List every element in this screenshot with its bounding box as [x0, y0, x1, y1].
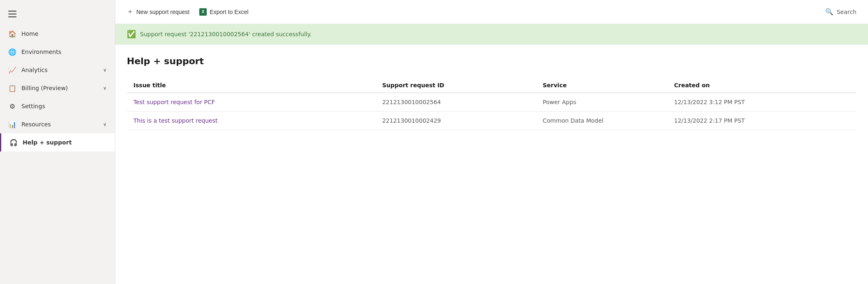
analytics-chevron-icon: ∨	[103, 67, 107, 73]
sidebar-item-label-settings: Settings	[21, 103, 107, 109]
issue-link-0[interactable]: Test support request for PCF	[133, 99, 215, 105]
sidebar-nav: 🏠Home🌐Environments📈Analytics∨📋Billing (P…	[0, 25, 115, 284]
new-support-request-label: New support request	[136, 9, 189, 15]
issue-link-1[interactable]: This is a test support request	[133, 117, 217, 124]
sidebar-item-label-analytics: Analytics	[21, 67, 103, 73]
col-service: Service	[543, 78, 674, 93]
sidebar-item-label-resources: Resources	[21, 121, 103, 128]
page-content: Help + support Issue title Support reque…	[115, 44, 868, 284]
sidebar-item-analytics[interactable]: 📈Analytics∨	[0, 61, 115, 79]
resources-chevron-icon: ∨	[103, 121, 107, 127]
sidebar-item-billing[interactable]: 📋Billing (Preview)∨	[0, 79, 115, 97]
service-cell: Common Data Model	[543, 112, 674, 130]
menu-toggle-button[interactable]	[8, 10, 16, 18]
new-support-request-button[interactable]: ＋ New support request	[127, 7, 189, 16]
billing-icon: 📋	[8, 84, 16, 92]
excel-icon: X	[199, 8, 207, 16]
resources-icon: 📊	[8, 120, 16, 128]
table-row: Test support request for PCF221213001000…	[127, 93, 856, 112]
main-content: ＋ New support request X Export to Excel …	[115, 0, 868, 284]
success-check-icon: ✅	[127, 30, 136, 38]
created-on-cell: 12/13/2022 3:12 PM PST	[674, 93, 856, 112]
table-header: Issue title Support request ID Service C…	[127, 78, 856, 93]
settings-icon: ⚙️	[8, 102, 16, 110]
sidebar-item-help-support[interactable]: 🎧Help + support	[0, 133, 115, 151]
topbar: ＋ New support request X Export to Excel …	[115, 0, 868, 24]
sidebar-item-environments[interactable]: 🌐Environments	[0, 43, 115, 61]
sidebar-item-label-home: Home	[21, 30, 107, 37]
sidebar-item-label-environments: Environments	[21, 49, 107, 55]
topbar-actions: ＋ New support request X Export to Excel	[127, 7, 815, 16]
sidebar-item-label-billing: Billing (Preview)	[21, 85, 103, 91]
sidebar-item-settings[interactable]: ⚙️Settings	[0, 97, 115, 115]
search-icon: 🔍	[825, 8, 833, 16]
plus-icon: ＋	[127, 7, 133, 16]
col-issue-title: Issue title	[127, 78, 382, 93]
request-id-cell: 2212130010002429	[382, 112, 543, 130]
col-request-id: Support request ID	[382, 78, 543, 93]
sidebar-item-label-help-support: Help + support	[23, 139, 107, 146]
search-label: Search	[837, 9, 856, 15]
sidebar-item-home[interactable]: 🏠Home	[0, 25, 115, 43]
home-icon: 🏠	[8, 30, 16, 38]
support-table: Issue title Support request ID Service C…	[127, 78, 856, 130]
sidebar-header	[0, 5, 115, 25]
table-body: Test support request for PCF221213001000…	[127, 93, 856, 130]
request-id-cell: 2212130010002564	[382, 93, 543, 112]
billing-chevron-icon: ∨	[103, 85, 107, 91]
service-cell: Power Apps	[543, 93, 674, 112]
created-on-cell: 12/13/2022 2:17 PM PST	[674, 112, 856, 130]
page-title: Help + support	[127, 56, 856, 66]
search-button[interactable]: 🔍 Search	[825, 8, 856, 16]
col-created-on: Created on	[674, 78, 856, 93]
export-to-excel-button[interactable]: X Export to Excel	[199, 8, 248, 16]
table-row: This is a test support request2212130010…	[127, 112, 856, 130]
sidebar: 🏠Home🌐Environments📈Analytics∨📋Billing (P…	[0, 0, 115, 284]
export-excel-label: Export to Excel	[210, 9, 248, 15]
success-message: Support request '2212130010002564' creat…	[140, 31, 312, 37]
environments-icon: 🌐	[8, 48, 16, 56]
analytics-icon: 📈	[8, 66, 16, 74]
success-banner: ✅ Support request '2212130010002564' cre…	[115, 24, 868, 44]
help-support-icon: 🎧	[9, 138, 18, 147]
sidebar-item-resources[interactable]: 📊Resources∨	[0, 115, 115, 133]
